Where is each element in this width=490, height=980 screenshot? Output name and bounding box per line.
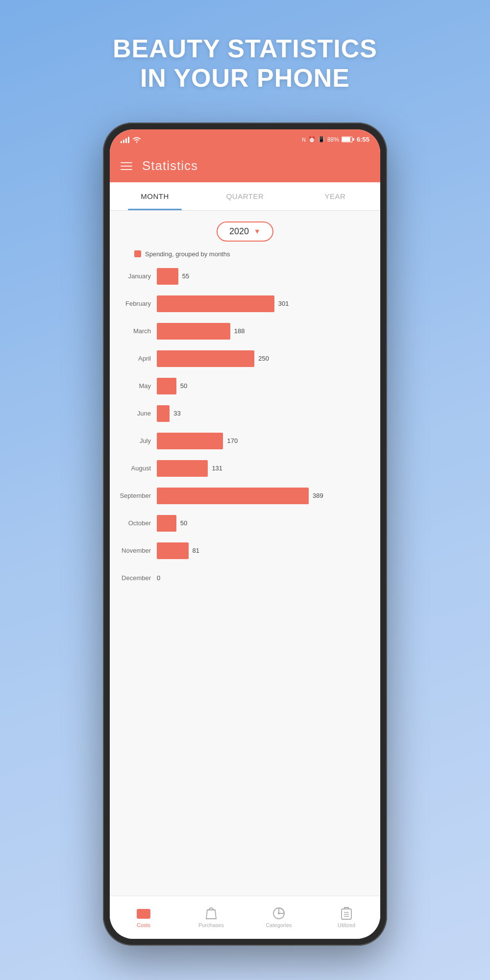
nav-item-categories[interactable]: Categories	[245, 906, 313, 928]
bar	[157, 433, 223, 449]
row-month-label: August	[114, 465, 157, 472]
chart-row: May 50	[114, 372, 372, 400]
tab-year[interactable]: YEAR	[290, 182, 380, 210]
chart-row: August 131	[114, 455, 372, 482]
nav-item-purchases[interactable]: Purchases	[177, 906, 245, 928]
row-month-label: March	[114, 327, 157, 335]
bar-value: 131	[212, 465, 222, 472]
svg-rect-2	[353, 138, 354, 141]
bar	[157, 268, 178, 285]
row-month-label: September	[114, 492, 157, 499]
row-month-label: October	[114, 519, 157, 527]
legend-color-box	[134, 250, 141, 257]
nav-item-utilized[interactable]: Utilized	[313, 906, 380, 928]
chart-area: January 55 February 301 March 188 April …	[110, 263, 380, 896]
vibrate-icon: 📳	[318, 136, 325, 143]
phone-screen: N ⏰ 📳 88% 6:55 Statistics MONTH QUAR	[110, 129, 380, 939]
content-area: 2020 ▼ Spending, grouped by months Janua…	[110, 211, 380, 896]
nav-label-costs: Costs	[137, 922, 150, 928]
chart-row: March 188	[114, 318, 372, 345]
bar	[157, 323, 230, 340]
bar	[157, 295, 274, 312]
categories-icon	[272, 906, 286, 920]
chart-rows: January 55 February 301 March 188 April …	[114, 263, 372, 592]
bar-container: 50	[157, 515, 372, 532]
year-selector[interactable]: 2020 ▼	[217, 221, 273, 242]
row-month-label: July	[114, 437, 157, 444]
bar-container: 0	[157, 574, 372, 582]
utilized-icon	[340, 906, 353, 920]
bar-container: 33	[157, 405, 372, 422]
year-selector-wrap: 2020 ▼	[110, 211, 380, 248]
hamburger-menu[interactable]	[121, 162, 132, 170]
chart-row: September 389	[114, 482, 372, 510]
battery-icon	[342, 136, 354, 143]
bar	[157, 460, 208, 477]
signal-icon	[121, 136, 129, 143]
wifi-icon	[132, 136, 141, 143]
bar-value: 389	[313, 492, 323, 499]
nav-item-costs[interactable]: 100 Costs	[110, 906, 177, 928]
chart-row: January 55	[114, 263, 372, 290]
bar	[157, 405, 170, 422]
app-title: Statistics	[142, 158, 198, 173]
status-left	[121, 136, 141, 143]
bar-container: 188	[157, 323, 372, 340]
tabs-container: MONTH QUARTER YEAR	[110, 182, 380, 211]
chevron-down-icon: ▼	[254, 227, 261, 235]
bar-container: 250	[157, 350, 372, 367]
alarm-icon: ⏰	[308, 136, 316, 143]
bar	[157, 378, 176, 394]
bar-container: 389	[157, 488, 372, 504]
svg-rect-1	[342, 137, 350, 142]
bar-container: 131	[157, 460, 372, 477]
bar-container: 170	[157, 433, 372, 449]
status-bar: N ⏰ 📳 88% 6:55	[110, 129, 380, 150]
row-month-label: December	[114, 574, 157, 582]
status-right: N ⏰ 📳 88% 6:55	[302, 136, 369, 143]
row-month-label: June	[114, 410, 157, 417]
bar-value: 50	[180, 519, 187, 527]
bar-value: 170	[227, 437, 238, 444]
tab-quarter[interactable]: QUARTER	[200, 182, 290, 210]
hero-title: BEAUTY STATISTICS IN YOUR PHONE	[113, 34, 377, 93]
chart-legend: Spending, grouped by months	[110, 248, 380, 263]
chart-row: December 0	[114, 564, 372, 592]
chart-row: October 50	[114, 510, 372, 537]
legend-text: Spending, grouped by months	[145, 250, 230, 258]
bar	[157, 515, 176, 532]
svg-point-8	[278, 912, 280, 914]
nav-label-purchases: Purchases	[198, 922, 224, 928]
tab-month[interactable]: MONTH	[110, 182, 200, 210]
costs-icon: 100	[137, 906, 150, 920]
app-header: Statistics	[110, 150, 380, 182]
year-value: 2020	[229, 226, 249, 237]
bar-container: 81	[157, 542, 372, 559]
bar-container: 55	[157, 268, 372, 285]
chart-row: February 301	[114, 290, 372, 318]
svg-text:100: 100	[141, 912, 147, 916]
chart-row: November 81	[114, 537, 372, 564]
bar	[157, 542, 189, 559]
chart-row: July 170	[114, 427, 372, 455]
bar-container: 301	[157, 295, 372, 312]
bar-value: 301	[278, 300, 289, 307]
bar-value: 81	[193, 547, 199, 554]
battery-percent: 88%	[327, 136, 339, 143]
bar	[157, 350, 254, 367]
bar-value: 55	[182, 272, 189, 280]
bar-container: 50	[157, 378, 372, 394]
bar-value: 50	[180, 382, 187, 390]
bar-value: 188	[234, 327, 245, 335]
bar-value: 33	[173, 410, 180, 417]
bar-value: 0	[157, 574, 160, 582]
bottom-nav: 100 Costs Purchases	[110, 896, 380, 939]
nav-label-utilized: Utilized	[338, 922, 355, 928]
row-month-label: January	[114, 272, 157, 280]
bar	[157, 488, 309, 504]
time-display: 6:55	[357, 136, 369, 143]
purchases-icon	[204, 906, 218, 920]
bar-value: 250	[258, 355, 269, 362]
row-month-label: April	[114, 355, 157, 362]
nav-label-categories: Categories	[266, 922, 292, 928]
